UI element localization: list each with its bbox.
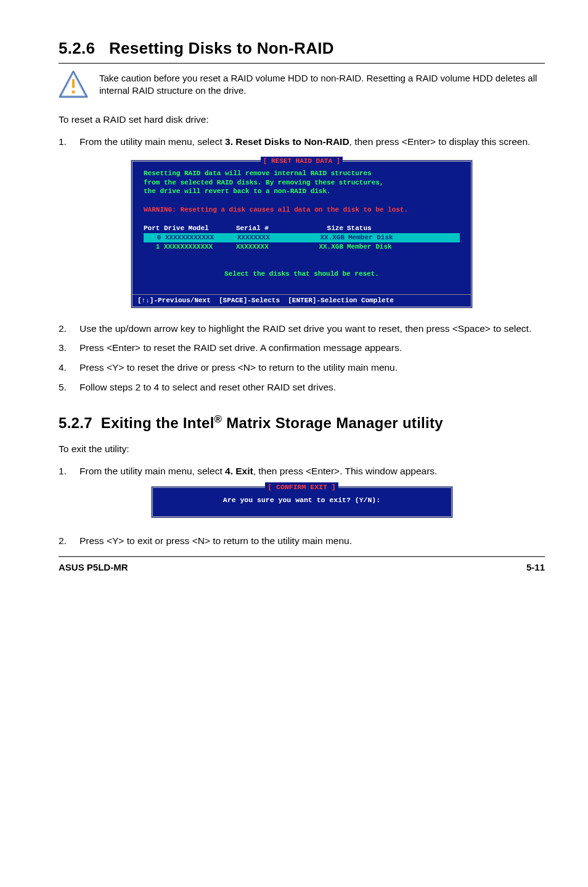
exit-step1-pre: From the utility main menu, select: [80, 466, 225, 476]
cell-serial: XXXXXXXX: [236, 242, 310, 252]
cell-status: Member Disk: [347, 242, 460, 252]
bios-warning: WARNING: Resetting a disk causes all dat…: [144, 205, 460, 215]
bios-reset-raid-panel: [ RESET RAID DATA ] Resetting RAID data …: [131, 160, 473, 308]
step1-pre: From the utility main menu, select: [80, 136, 225, 147]
footer-product: ASUS P5LD-MR: [59, 561, 128, 574]
section-title-pre: Exiting the Intel: [101, 415, 214, 431]
step1-bold: 3. Reset Disks to Non-RAID: [225, 136, 349, 147]
page-footer: ASUS P5LD-MR 5-11: [59, 556, 545, 574]
hdr-port: Port Drive Model: [144, 224, 236, 233]
step-text: Press <Enter> to reset the RAID set driv…: [80, 341, 545, 355]
bios-msg-line2: from the selected RAID disks. By removin…: [144, 178, 460, 188]
bios-footer-help: [↑↓]-Previous/Next [SPACE]-Selects [ENTE…: [133, 294, 471, 307]
section-number: 5.2.6: [59, 39, 95, 57]
registered-mark: ®: [214, 413, 223, 425]
step-text: From the utility main menu, select 3. Re…: [80, 135, 545, 149]
step-number: 4.: [59, 361, 80, 374]
section-heading-exit-utility: 5.2.7 Exiting the Intel® Matrix Storage …: [59, 412, 545, 434]
cell-serial: XXXXXXXX: [237, 233, 311, 242]
hdr-size: Size: [310, 224, 347, 233]
step1-post: , then press <Enter> to display this scr…: [349, 136, 531, 147]
step-text: Press <Y> to reset the drive or press <N…: [80, 361, 545, 374]
bios-row-selected: 0 XXXXXXXXXXXX XXXXXXXX XX.XGB Member Di…: [144, 233, 460, 242]
cell-size: XX.XGB: [310, 242, 347, 252]
footer-page-number: 5-11: [526, 561, 545, 574]
reset-intro: To reset a RAID set hard disk drive:: [59, 113, 545, 126]
step-text: From the utility main menu, select 4. Ex…: [80, 464, 545, 478]
step-number: 2.: [59, 322, 80, 336]
bios-select-msg: Select the disks that should be reset.: [144, 270, 460, 279]
caution-note: Take caution before you reset a RAID vol…: [59, 70, 545, 99]
exit-intro: To exit the utility:: [59, 442, 545, 456]
bios-confirm-exit-panel: [ CONFIRM EXIT ] Are you sure you want t…: [151, 486, 453, 518]
svg-point-3: [71, 91, 75, 94]
cell-size: XX.XGB: [311, 233, 348, 242]
caution-text: Take caution before you reset a RAID vol…: [99, 72, 545, 97]
hdr-status: Status: [347, 224, 460, 233]
step-number: 5.: [59, 381, 80, 394]
step-text: Press <Y> to exit or press <N> to return…: [80, 534, 545, 548]
section-title-post: Matrix Storage Manager utility: [222, 415, 443, 431]
exit-steps-cont: 2.Press <Y> to exit or press <N> to retu…: [59, 534, 545, 548]
hdr-serial: Serial #: [236, 224, 310, 233]
step-text: Follow steps 2 to 4 to select and reset …: [80, 381, 545, 394]
exit-step1-bold: 4. Exit: [225, 466, 253, 476]
caution-icon: [59, 70, 88, 99]
section-title: Resetting Disks to Non-RAID: [109, 39, 334, 57]
section-number: 5.2.7: [59, 415, 92, 431]
reset-steps-cont: 2.Use the up/down arrow key to highlight…: [59, 322, 545, 394]
exit-step1-post: , then press <Enter>. This window appear…: [253, 466, 438, 476]
section-heading-reset-disks: 5.2.6 Resetting Disks to Non-RAID: [59, 37, 545, 59]
cell-status: Member Disk: [348, 233, 459, 242]
cell-port: 0 XXXXXXXXXXXX: [145, 233, 237, 242]
bios-panel-title: [ RESET RAID DATA ]: [261, 157, 343, 166]
bios-row: 1 XXXXXXXXXXXX XXXXXXXX XX.XGB Member Di…: [144, 242, 460, 252]
step-number: 1.: [59, 464, 80, 478]
step-number: 2.: [59, 534, 80, 548]
confirm-message: Are you sure you want to exit? (Y/N):: [153, 495, 451, 505]
bios-msg-line1: Resetting RAID data will remove internal…: [144, 169, 460, 178]
bios-table-header: Port Drive Model Serial # Size Status: [144, 224, 460, 233]
step-number: 1.: [59, 135, 80, 149]
step-number: 3.: [59, 341, 80, 355]
reset-steps: 1. From the utility main menu, select 3.…: [59, 135, 545, 149]
bios-msg-line3: the drive will revert back to a non-RAID…: [144, 187, 460, 196]
confirm-title: [ CONFIRM EXIT ]: [265, 482, 338, 492]
step-text: Use the up/down arrow key to highlight t…: [80, 322, 545, 336]
cell-port: 1 XXXXXXXXXXXX: [144, 242, 236, 252]
exit-steps: 1. From the utility main menu, select 4.…: [59, 464, 545, 478]
section-rule: [59, 63, 545, 64]
svg-rect-2: [72, 79, 75, 88]
